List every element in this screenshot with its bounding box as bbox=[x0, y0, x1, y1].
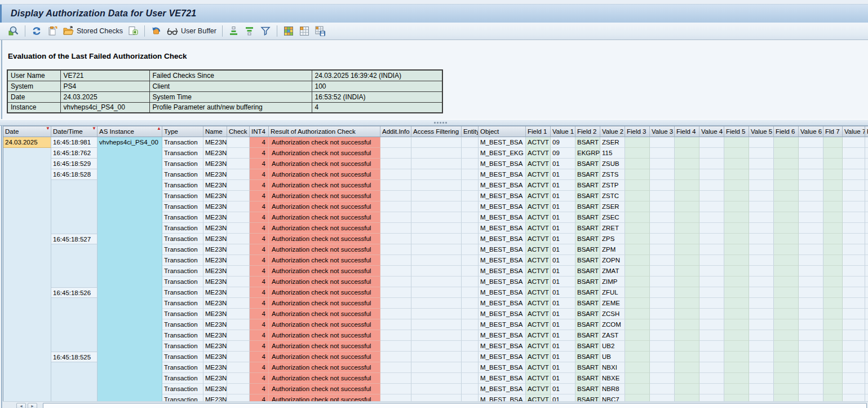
grid-cell-time[interactable] bbox=[51, 362, 98, 373]
grid-cell-field6[interactable] bbox=[774, 255, 799, 266]
column-header-field1[interactable]: Field 1 bbox=[526, 126, 551, 137]
grid-cell-instance[interactable] bbox=[98, 287, 162, 298]
grid-cell-instance[interactable] bbox=[98, 244, 162, 255]
grid-cell-field8[interactable] bbox=[865, 277, 868, 287]
grid-cell-type[interactable]: Transaction bbox=[162, 244, 203, 255]
grid-cell-field1[interactable]: ACTVT bbox=[526, 180, 551, 191]
grid-cell-type[interactable]: Transaction bbox=[162, 287, 203, 298]
grid-cell-field6[interactable] bbox=[774, 212, 799, 223]
grid-cell-check[interactable] bbox=[227, 277, 250, 287]
grid-cell-field8[interactable] bbox=[865, 244, 868, 255]
grid-cell-time[interactable] bbox=[51, 244, 98, 255]
grid-row[interactable]: TransactionME23N4Authorization check not… bbox=[3, 277, 868, 287]
grid-cell-field5[interactable] bbox=[724, 223, 749, 234]
grid-cell-value7[interactable] bbox=[843, 384, 865, 394]
grid-cell-int4[interactable]: 4 bbox=[250, 148, 269, 159]
grid-cell-object[interactable]: M_BEST_EKG bbox=[479, 148, 526, 159]
grid-cell-access_filtering[interactable] bbox=[411, 319, 462, 330]
grid-cell-value7[interactable] bbox=[843, 298, 865, 309]
grid-cell-field6[interactable] bbox=[774, 180, 799, 191]
grid-cell-field4[interactable] bbox=[675, 362, 699, 373]
column-header-field8[interactable]: F bbox=[865, 126, 868, 137]
filter-button[interactable] bbox=[258, 24, 273, 38]
column-header-time[interactable]: Date/Time▼ bbox=[51, 126, 98, 137]
grid-cell-date[interactable] bbox=[3, 244, 51, 255]
grid-cell-value2[interactable]: ZSTS bbox=[600, 169, 625, 180]
grid-cell-type[interactable]: Transaction bbox=[162, 266, 203, 277]
grid-cell-type[interactable]: Transaction bbox=[162, 309, 203, 319]
grid-cell-date[interactable] bbox=[3, 298, 51, 309]
grid-cell-value5[interactable] bbox=[749, 352, 774, 362]
grid-cell-value4[interactable] bbox=[699, 223, 724, 234]
grid-cell-value3[interactable] bbox=[650, 212, 675, 223]
grid-cell-value2[interactable]: ZPM bbox=[600, 244, 625, 255]
grid-cell-entity[interactable] bbox=[462, 309, 479, 319]
grid-cell-name[interactable]: ME23N bbox=[203, 159, 227, 169]
grid-cell-value7[interactable] bbox=[843, 362, 865, 373]
grid-cell-field3[interactable] bbox=[625, 319, 650, 330]
user-buffer-button[interactable]: User Buffer bbox=[164, 24, 219, 38]
grid-cell-result[interactable]: Authorization check not successful bbox=[269, 234, 380, 244]
grid-cell-date[interactable] bbox=[3, 201, 51, 212]
grid-cell-addit_info[interactable] bbox=[380, 277, 411, 287]
grid-cell-field3[interactable] bbox=[625, 341, 650, 352]
grid-cell-value4[interactable] bbox=[699, 191, 724, 201]
grid-cell-value6[interactable] bbox=[799, 244, 823, 255]
grid-cell-value1[interactable]: 01 bbox=[551, 384, 575, 394]
grid-cell-time[interactable]: 16:45:18:526 bbox=[51, 287, 98, 298]
grid-cell-access_filtering[interactable] bbox=[411, 180, 462, 191]
grid-cell-date[interactable] bbox=[3, 330, 51, 341]
grid-cell-name[interactable]: ME23N bbox=[203, 277, 227, 287]
grid-cell-result[interactable]: Authorization check not successful bbox=[269, 244, 380, 255]
grid-cell-date[interactable] bbox=[3, 191, 51, 201]
grid-cell-check[interactable] bbox=[227, 234, 250, 244]
grid-cell-object[interactable]: M_BEST_BSA bbox=[479, 266, 526, 277]
grid-cell-type[interactable]: Transaction bbox=[162, 201, 203, 212]
grid-cell-value2[interactable]: NBXI bbox=[600, 362, 625, 373]
grid-cell-value3[interactable] bbox=[650, 255, 675, 266]
grid-cell-instance[interactable] bbox=[98, 319, 162, 330]
grid-cell-instance[interactable] bbox=[98, 362, 162, 373]
grid-cell-object[interactable]: M_BEST_BSA bbox=[479, 277, 526, 287]
grid-cell-object[interactable]: M_BEST_BSA bbox=[479, 180, 526, 191]
grid-cell-field3[interactable] bbox=[625, 169, 650, 180]
grid-cell-value5[interactable] bbox=[749, 244, 774, 255]
grid-cell-int4[interactable]: 4 bbox=[250, 362, 269, 373]
grid-cell-date[interactable] bbox=[3, 148, 51, 159]
grid-cell-result[interactable]: Authorization check not successful bbox=[269, 137, 380, 148]
grid-cell-field8[interactable] bbox=[865, 384, 868, 394]
grid-cell-field6[interactable] bbox=[774, 148, 799, 159]
grid-cell-field6[interactable] bbox=[774, 223, 799, 234]
grid-cell-field4[interactable] bbox=[675, 212, 699, 223]
grid-cell-name[interactable]: ME23N bbox=[203, 352, 227, 362]
grid-cell-addit_info[interactable] bbox=[380, 169, 411, 180]
grid-cell-value7[interactable] bbox=[843, 255, 865, 266]
grid-cell-field2[interactable]: BSART bbox=[575, 244, 600, 255]
grid-cell-date[interactable] bbox=[3, 169, 51, 180]
grid-cell-addit_info[interactable] bbox=[380, 341, 411, 352]
grid-cell-field6[interactable] bbox=[774, 298, 799, 309]
grid-cell-field7[interactable] bbox=[823, 287, 843, 298]
grid-row[interactable]: TransactionME23N4Authorization check not… bbox=[3, 373, 868, 384]
grid-cell-value7[interactable] bbox=[843, 223, 865, 234]
grid-cell-instance[interactable]: vhvheps4ci_PS4_00 bbox=[98, 137, 162, 148]
grid-cell-type[interactable]: Transaction bbox=[162, 223, 203, 234]
grid-cell-check[interactable] bbox=[227, 148, 250, 159]
grid-cell-value4[interactable] bbox=[699, 169, 724, 180]
grid-cell-field4[interactable] bbox=[675, 201, 699, 212]
grid-cell-field5[interactable] bbox=[724, 362, 749, 373]
grid-cell-access_filtering[interactable] bbox=[411, 255, 462, 266]
grid-cell-field7[interactable] bbox=[823, 309, 843, 319]
grid-cell-type[interactable]: Transaction bbox=[162, 384, 203, 394]
grid-cell-field5[interactable] bbox=[724, 352, 749, 362]
grid-cell-value6[interactable] bbox=[799, 362, 823, 373]
splitter-handle[interactable] bbox=[434, 122, 447, 124]
grid-cell-access_filtering[interactable] bbox=[411, 234, 462, 244]
grid-cell-name[interactable]: ME23N bbox=[203, 384, 227, 394]
grid-cell-field8[interactable] bbox=[865, 319, 868, 330]
grid-cell-value5[interactable] bbox=[749, 266, 774, 277]
grid-cell-field4[interactable] bbox=[675, 298, 699, 309]
grid-cell-value6[interactable] bbox=[799, 191, 823, 201]
undo-button[interactable] bbox=[148, 24, 164, 38]
grid-cell-field4[interactable] bbox=[675, 255, 699, 266]
